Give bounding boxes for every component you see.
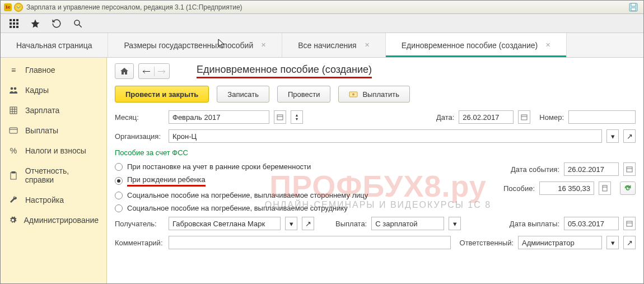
comment-input[interactable] [169, 236, 451, 249]
tab-benefit-sizes[interactable]: Размеры государственных пособий✕ [108, 33, 282, 57]
responsible-input[interactable]: Администратор [518, 236, 602, 249]
radio-label: При рождении ребенка [127, 175, 206, 187]
people-icon [8, 86, 18, 94]
svg-rect-18 [277, 115, 283, 120]
month-input[interactable]: Февраль 2017 [169, 110, 269, 124]
svg-point-17 [352, 94, 354, 96]
payout-input[interactable]: С зарплатой [371, 217, 444, 230]
sidebar-item-reports[interactable]: Отчетность, справки [1, 161, 106, 190]
svg-rect-7 [10, 107, 17, 114]
star-icon[interactable] [30, 18, 41, 29]
recipient-label: Получатель: [115, 220, 164, 228]
date-input[interactable]: 26.02.2017 [459, 110, 514, 124]
payout-date-picker[interactable] [623, 217, 636, 230]
titlebar-dropdown[interactable] [14, 3, 23, 12]
svg-rect-22 [627, 167, 632, 172]
sidebar-item-payments[interactable]: Выплаты [1, 120, 106, 141]
tab-home[interactable]: Начальная страница [1, 33, 108, 57]
history-icon[interactable] [51, 18, 62, 29]
benefit-input[interactable]: 16 350,33 [539, 181, 594, 195]
nav-back-forward[interactable]: 🡐 🡒 [138, 63, 170, 79]
percent-icon: % [8, 146, 18, 155]
responsible-open[interactable]: ↗ [623, 236, 636, 249]
home-button[interactable] [115, 63, 134, 79]
close-icon[interactable]: ✕ [261, 41, 266, 49]
recipient-input[interactable]: Габровская Светлана Марк [169, 217, 281, 230]
event-date-label: Дата события: [511, 165, 559, 174]
sidebar-item-taxes[interactable]: %Налоги и взносы [1, 141, 106, 161]
window-title: Зарплата и управление персоналом, редакц… [26, 3, 242, 11]
radio-label: Социальное пособие на погребение, выплач… [127, 204, 348, 212]
wrench-icon [8, 196, 18, 204]
radio-early-pregnancy[interactable] [115, 163, 123, 171]
org-input[interactable]: Крон-Ц [169, 129, 602, 143]
org-label: Организация: [115, 132, 164, 141]
svg-line-4 [79, 25, 82, 27]
number-input[interactable] [568, 110, 636, 124]
refresh-button[interactable] [620, 181, 636, 195]
month-picker-button[interactable] [274, 110, 286, 124]
iconbar [1, 14, 643, 33]
sidebar-item-salary[interactable]: Зарплата [1, 100, 106, 120]
svg-point-6 [14, 87, 17, 90]
svg-point-3 [74, 20, 80, 25]
sidebar-item-main[interactable]: ≡Главное [1, 60, 106, 80]
svg-rect-1 [631, 3, 636, 6]
date-picker-button[interactable] [518, 110, 530, 124]
back-button[interactable]: 🡐 [139, 67, 155, 76]
radio-funeral-external[interactable] [115, 192, 123, 199]
event-date-picker[interactable] [623, 162, 636, 176]
svg-rect-24 [603, 185, 607, 191]
svg-rect-15 [12, 171, 15, 173]
app-logo-icon: 1c [4, 3, 12, 11]
save-button[interactable]: Записать [217, 86, 269, 103]
responsible-label: Ответственный: [460, 239, 514, 247]
apps-icon[interactable] [8, 18, 20, 29]
sidebar-item-admin[interactable]: Администрирование [1, 210, 106, 230]
money-icon [349, 90, 358, 99]
svg-rect-14 [11, 173, 16, 179]
date-label: Дата: [436, 113, 454, 122]
svg-rect-12 [10, 128, 17, 133]
sidebar: ≡Главное Кадры Зарплата Выплаты %Налоги … [1, 58, 107, 283]
payout-date-input[interactable]: 05.03.2017 [564, 217, 619, 230]
radio-label: При постановке на учет в ранние сроки бе… [127, 162, 311, 171]
recipient-dropdown[interactable]: ▾ [285, 217, 297, 230]
svg-rect-26 [627, 221, 632, 226]
number-label: Номер: [539, 113, 564, 122]
org-dropdown[interactable]: ▾ [606, 129, 619, 143]
radio-label: Социальное пособие на погребение, выплач… [127, 191, 368, 199]
section-title: Пособие за счет ФСС [115, 148, 636, 157]
forward-button[interactable]: 🡒 [155, 67, 170, 76]
svg-point-5 [11, 87, 13, 90]
sidebar-item-settings[interactable]: Настройка [1, 190, 106, 210]
benefit-calc-button[interactable] [599, 181, 611, 195]
search-icon[interactable] [72, 18, 83, 29]
month-label: Месяц: [115, 113, 164, 122]
content: 🡐 🡒 Единовременное пособие (создание) Пр… [107, 58, 643, 283]
month-stepper[interactable]: ▲▼ [291, 110, 303, 124]
tabbar: Начальная страница Размеры государственн… [1, 33, 643, 58]
payout-label: Выплата: [335, 220, 367, 228]
event-date-input[interactable]: 26.02.2017 [564, 162, 619, 176]
radio-child-birth[interactable] [115, 177, 123, 185]
close-icon[interactable]: ✕ [545, 41, 550, 49]
benefit-label: Пособие: [503, 184, 535, 193]
responsible-dropdown[interactable]: ▾ [606, 236, 619, 249]
tab-onetime-benefit[interactable]: Единовременное пособие (создание)✕ [386, 33, 567, 57]
app-window: 1c Зарплата и управление персоналом, ред… [0, 0, 644, 284]
close-icon[interactable]: ✕ [365, 41, 370, 49]
payout-dropdown[interactable]: ▾ [449, 217, 461, 230]
radio-funeral-employee[interactable] [115, 204, 123, 212]
post-and-close-button[interactable]: Провести и закрыть [115, 86, 209, 103]
page-title: Единовременное пособие (создание) [197, 64, 372, 78]
org-open-button[interactable]: ↗ [623, 129, 636, 143]
sidebar-item-kadry[interactable]: Кадры [1, 80, 106, 100]
gear-icon [8, 216, 17, 224]
pay-button[interactable]: Выплатить [338, 86, 410, 103]
tab-all-accruals[interactable]: Все начисления✕ [282, 33, 385, 57]
clipboard-icon [8, 171, 18, 180]
recipient-open[interactable]: ↗ [302, 217, 314, 230]
diskette-icon[interactable] [629, 3, 638, 12]
post-button[interactable]: Провести [277, 86, 331, 103]
